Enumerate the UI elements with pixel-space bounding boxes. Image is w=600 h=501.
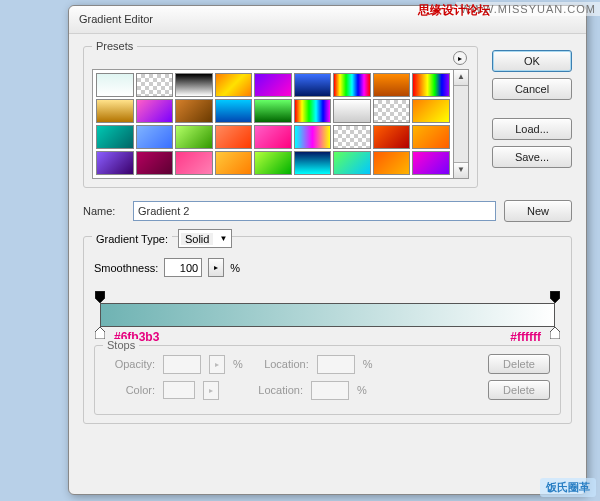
color-swatch <box>163 381 195 399</box>
opacity-location-percent: % <box>363 358 373 370</box>
preset-swatch[interactable] <box>412 125 450 149</box>
preset-swatch[interactable] <box>294 125 332 149</box>
opacity-stop-right[interactable] <box>550 291 560 303</box>
dialog-content: Presets ▸ ▲ ▼ OK Cancel Load... <box>69 34 586 436</box>
opacity-stepper: ▸ <box>209 355 225 374</box>
svg-marker-2 <box>95 327 105 339</box>
color-stop-right[interactable] <box>550 327 560 339</box>
preset-swatch[interactable] <box>254 99 292 123</box>
gradient-type-value: Solid <box>181 233 213 245</box>
color-label: Color: <box>105 384 155 396</box>
color-location-percent: % <box>357 384 367 396</box>
gradient-type-select[interactable]: Solid ▼ <box>178 229 232 248</box>
new-button[interactable]: New <box>504 200 572 222</box>
preset-swatch[interactable] <box>373 99 411 123</box>
preset-swatch[interactable] <box>333 99 371 123</box>
preset-swatch[interactable] <box>96 73 134 97</box>
preset-swatch[interactable] <box>96 125 134 149</box>
preset-swatch[interactable] <box>215 73 253 97</box>
color-stepper: ▸ <box>203 381 219 400</box>
preset-swatch[interactable] <box>215 125 253 149</box>
percent-label: % <box>230 262 240 274</box>
presets-menu-icon[interactable]: ▸ <box>453 51 467 65</box>
color-stop-row: Color: ▸ Location: % Delete <box>105 380 550 400</box>
preset-swatch[interactable] <box>175 151 213 175</box>
preset-swatch[interactable] <box>175 99 213 123</box>
preset-swatch[interactable] <box>412 99 450 123</box>
preset-swatch[interactable] <box>215 99 253 123</box>
watermark-cn: 思缘设计论坛 <box>418 2 490 19</box>
preset-swatch[interactable] <box>254 151 292 175</box>
dialog-buttons: OK Cancel Load... Save... <box>492 46 572 200</box>
preset-swatch[interactable] <box>294 99 332 123</box>
opacity-location-input <box>317 355 355 374</box>
name-row: Name: New <box>83 200 572 222</box>
gradient-bar[interactable] <box>100 303 555 327</box>
preset-swatch[interactable] <box>373 151 411 175</box>
opacity-label: Opacity: <box>105 358 155 370</box>
gradient-editor-dialog: Gradient Editor Presets ▸ ▲ ▼ OK <box>68 5 587 495</box>
preset-swatch[interactable] <box>333 125 371 149</box>
preset-swatches-grid <box>92 69 453 179</box>
preset-swatch[interactable] <box>254 125 292 149</box>
color-delete-button: Delete <box>488 380 550 400</box>
preset-swatch[interactable] <box>373 125 411 149</box>
svg-marker-1 <box>550 291 560 303</box>
preset-swatch[interactable] <box>136 151 174 175</box>
dialog-title: Gradient Editor <box>79 13 153 25</box>
save-button[interactable]: Save... <box>492 146 572 168</box>
preset-swatch[interactable] <box>373 73 411 97</box>
smoothness-label: Smoothness: <box>94 262 158 274</box>
preset-swatch[interactable] <box>175 73 213 97</box>
preset-swatch[interactable] <box>136 99 174 123</box>
gradient-section: Gradient Type: Solid ▼ Smoothness: ▸ % <box>83 236 572 424</box>
opacity-stop-left[interactable] <box>95 291 105 303</box>
preset-swatch[interactable] <box>96 99 134 123</box>
preset-swatch[interactable] <box>136 73 174 97</box>
preset-swatch[interactable] <box>254 73 292 97</box>
preset-swatch[interactable] <box>333 151 371 175</box>
presets-label: Presets <box>92 40 137 52</box>
opacity-delete-button: Delete <box>488 354 550 374</box>
opacity-stop-row: Opacity: ▸ % Location: % Delete <box>105 354 550 374</box>
color-location-input <box>311 381 349 400</box>
preset-swatch[interactable] <box>175 125 213 149</box>
preset-swatch[interactable] <box>136 125 174 149</box>
name-label: Name: <box>83 205 125 217</box>
watermark-bottom: 饭氏圈革 <box>540 478 596 497</box>
preset-swatch[interactable] <box>294 151 332 175</box>
hex-right-label: #ffffff <box>510 330 541 344</box>
chevron-down-icon: ▼ <box>219 234 227 243</box>
preset-swatch[interactable] <box>294 73 332 97</box>
svg-marker-0 <box>95 291 105 303</box>
preset-swatch[interactable] <box>215 151 253 175</box>
color-location-label: Location: <box>245 384 303 396</box>
color-stop-left[interactable] <box>95 327 105 339</box>
scroll-track[interactable] <box>454 86 468 162</box>
preset-swatch[interactable] <box>96 151 134 175</box>
name-input[interactable] <box>133 201 496 221</box>
smoothness-stepper[interactable]: ▸ <box>208 258 224 277</box>
ok-button[interactable]: OK <box>492 50 572 72</box>
stops-fieldset: Stops Opacity: ▸ % Location: % Delete Co… <box>94 345 561 415</box>
scroll-down-icon[interactable]: ▼ <box>454 162 468 178</box>
opacity-percent: % <box>233 358 243 370</box>
cancel-button[interactable]: Cancel <box>492 78 572 100</box>
opacity-location-label: Location: <box>251 358 309 370</box>
preset-swatch[interactable] <box>333 73 371 97</box>
stops-label: Stops <box>103 339 139 351</box>
gradient-type-label: Gradient Type: <box>92 233 172 245</box>
scroll-up-icon[interactable]: ▲ <box>454 70 468 86</box>
gradient-bar-area: #6fb3b3 #ffffff <box>100 291 555 339</box>
presets-scrollbar[interactable]: ▲ ▼ <box>453 69 469 179</box>
load-button[interactable]: Load... <box>492 118 572 140</box>
presets-fieldset: Presets ▸ ▲ ▼ <box>83 46 478 188</box>
svg-marker-3 <box>550 327 560 339</box>
smoothness-input[interactable] <box>164 258 202 277</box>
preset-swatch[interactable] <box>412 73 450 97</box>
preset-swatch[interactable] <box>412 151 450 175</box>
opacity-input <box>163 355 201 374</box>
